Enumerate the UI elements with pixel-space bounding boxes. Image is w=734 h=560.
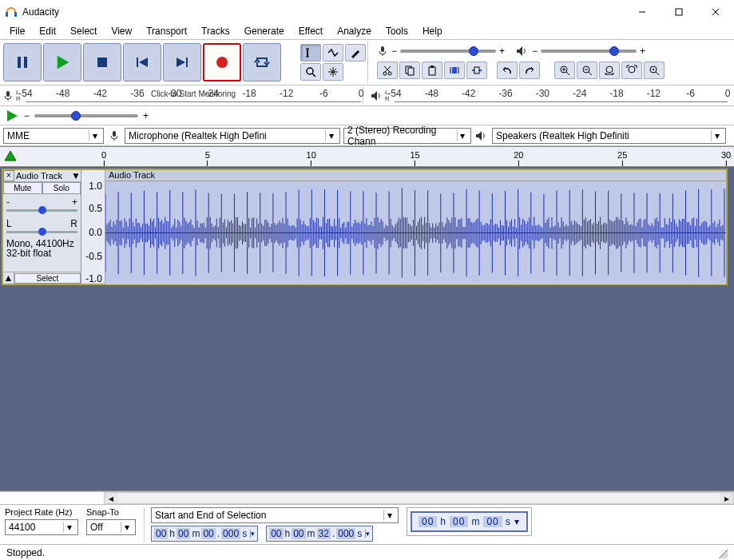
track-control-panel: × Audio Track ▼ Mute Solo -+ LR Mono, 44… <box>3 170 81 284</box>
zoom-tool-button[interactable] <box>300 63 321 81</box>
menu-effect[interactable]: Effect <box>292 24 329 38</box>
status-bar: Stopped. <box>0 544 734 560</box>
snap-to-combo[interactable]: Off▾ <box>86 519 136 535</box>
menu-file[interactable]: File <box>3 24 31 38</box>
track-name[interactable]: Audio Track <box>14 170 71 181</box>
track-collapse-button[interactable]: ▲ <box>3 272 14 284</box>
svg-rect-32 <box>408 68 414 75</box>
svg-point-48 <box>606 66 613 73</box>
track-close-button[interactable]: × <box>3 170 14 181</box>
menu-tracks[interactable]: Tracks <box>195 24 236 38</box>
scroll-right-button[interactable]: ▸ <box>720 493 733 503</box>
svg-point-28 <box>388 72 391 75</box>
trim-button[interactable] <box>444 62 465 79</box>
menu-transport[interactable]: Transport <box>140 24 193 38</box>
selection-start-time[interactable]: 00h 00m 00. 000s▾ <box>151 526 258 542</box>
skip-end-button[interactable] <box>163 43 201 81</box>
tools-toolbar <box>300 44 366 81</box>
snap-to-label: Snap-To <box>86 507 136 517</box>
record-volume-slider-group: − + − + <box>377 46 665 57</box>
copy-button[interactable] <box>399 62 420 79</box>
pause-button[interactable] <box>3 43 42 81</box>
selection-toolbar: Project Rate (Hz) 44100▾ Snap-To Off▾ St… <box>0 504 734 544</box>
start-monitoring-label[interactable]: Click to Start Monitoring <box>151 89 236 98</box>
fit-selection-button[interactable] <box>599 62 620 79</box>
resize-grip-icon[interactable] <box>716 547 728 558</box>
play-button[interactable] <box>43 43 81 81</box>
fit-project-button[interactable] <box>621 62 642 79</box>
track-gain-slider[interactable] <box>6 209 77 212</box>
audio-position-time[interactable]: 00h 00m 00s▾ <box>411 511 528 532</box>
vertical-scale[interactable]: 1.0 0.5 0.0 -0.5 -1.0 <box>81 170 105 284</box>
skip-start-button[interactable] <box>123 43 161 81</box>
menu-edit[interactable]: Edit <box>33 24 62 38</box>
menu-tools[interactable]: Tools <box>379 24 415 38</box>
svg-line-46 <box>589 72 592 75</box>
svg-marker-61 <box>476 131 482 141</box>
recording-channels-combo[interactable]: 2 (Stereo) Recording Chann▾ <box>343 128 471 144</box>
selection-end-time[interactable]: 00h 00m 32. 000s▾ <box>266 526 373 542</box>
undo-button[interactable] <box>497 62 518 79</box>
menu-analyze[interactable]: Analyze <box>331 24 378 38</box>
cut-button[interactable] <box>377 62 398 79</box>
svg-rect-35 <box>452 67 457 73</box>
svg-marker-57 <box>371 91 377 101</box>
status-text: Stopped. <box>6 547 45 558</box>
playback-meter[interactable]: -54-48-42-36-30-24-18-12-60 <box>395 86 728 105</box>
svg-rect-6 <box>18 57 21 68</box>
svg-rect-7 <box>24 57 27 68</box>
track-menu-button[interactable]: ▼ <box>71 170 81 181</box>
svg-marker-11 <box>139 58 148 67</box>
menu-help[interactable]: Help <box>416 24 449 38</box>
silence-button[interactable] <box>466 62 487 79</box>
loop-button[interactable] <box>243 43 281 81</box>
record-button[interactable] <box>203 43 241 81</box>
selection-mode-combo[interactable]: Start and End of Selection▾ <box>151 507 399 523</box>
playback-speed-slider[interactable] <box>34 114 138 117</box>
track-solo-button[interactable]: Solo <box>42 182 81 194</box>
edit-toolbar <box>377 62 665 79</box>
draw-tool-button[interactable] <box>345 44 366 62</box>
window-close-button[interactable] <box>697 0 734 23</box>
project-rate-combo[interactable]: 44100▾ <box>5 519 78 535</box>
window-minimize-button[interactable] <box>624 0 661 23</box>
playback-volume-slider[interactable] <box>541 50 637 53</box>
menubar: File Edit Select View Transport Tracks G… <box>0 23 734 39</box>
recording-device-combo[interactable]: Microphone (Realtek High Defini▾ <box>125 128 340 144</box>
timeline-ruler[interactable]: 051015202530 <box>0 146 734 167</box>
svg-rect-10 <box>137 58 138 67</box>
track-select-button[interactable]: Select <box>14 273 81 284</box>
audio-host-combo[interactable]: MME▾ <box>3 128 104 144</box>
menu-generate[interactable]: Generate <box>238 24 291 38</box>
horizontal-scrollbar[interactable]: ◂ ▸ <box>0 491 734 504</box>
multi-tool-button[interactable] <box>323 63 343 81</box>
selection-tool-button[interactable] <box>300 44 321 62</box>
svg-point-18 <box>307 68 313 74</box>
clip-title[interactable]: Audio Track <box>105 170 726 181</box>
app-logo-icon <box>5 6 18 18</box>
window-maximize-button[interactable] <box>661 0 697 23</box>
record-volume-slider[interactable] <box>400 50 496 53</box>
recording-meter[interactable]: LR Click to Start Monitoring -54-48-42-3… <box>0 85 734 105</box>
menu-select[interactable]: Select <box>64 24 103 38</box>
track-pan-slider[interactable] <box>6 231 77 233</box>
microphone-icon <box>2 90 14 101</box>
svg-rect-3 <box>676 9 682 15</box>
toolbars: − + − + <box>0 39 734 146</box>
zoom-toggle-button[interactable] <box>644 62 665 79</box>
svg-rect-40 <box>474 67 479 73</box>
envelope-tool-button[interactable] <box>323 44 343 62</box>
paste-button[interactable] <box>422 62 442 79</box>
zoom-in-button[interactable] <box>554 62 575 79</box>
play-at-speed-button[interactable] <box>5 109 19 123</box>
redo-button[interactable] <box>519 62 540 79</box>
waveform[interactable] <box>105 181 726 284</box>
scroll-left-button[interactable]: ◂ <box>105 493 117 503</box>
pinned-play-head-icon[interactable] <box>3 149 18 164</box>
stop-button[interactable] <box>83 43 121 81</box>
zoom-out-button[interactable] <box>577 62 597 79</box>
speaker-icon <box>371 90 383 101</box>
menu-view[interactable]: View <box>105 24 138 38</box>
playback-device-combo[interactable]: Speakers (Realtek High Definiti▾ <box>492 128 726 144</box>
track-mute-button[interactable]: Mute <box>3 182 42 194</box>
